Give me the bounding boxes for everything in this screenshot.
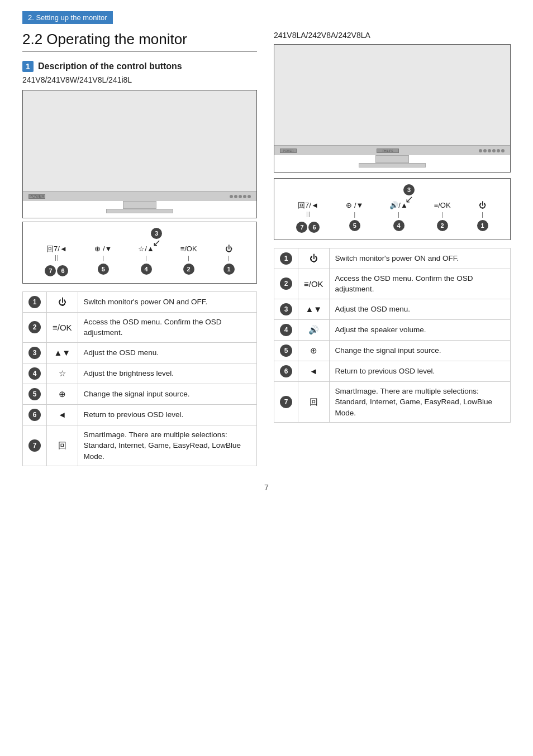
feature-icon: ≡/OK [298, 269, 330, 299]
left-model-line: 241V8/241V8W/241V8L/241i8L [22, 75, 257, 84]
monitor-screen [23, 90, 256, 191]
monitor-button-r: POWER [280, 149, 297, 153]
feature-num: 2 [23, 312, 47, 342]
badge-2r: 2 [437, 220, 448, 231]
btn-group-2r: ≡/OK | 2 [434, 201, 451, 231]
feature-num: 3 [274, 299, 298, 319]
monitor-dot [483, 149, 487, 152]
feature-icon: ⊕ [47, 384, 78, 404]
btn-symbol-2: ≡/OK [180, 245, 197, 253]
feature-icon: ◄ [298, 361, 330, 381]
feature-icon: ⏻ [47, 291, 78, 312]
btn-group-4: ☆/▲ | 4 [138, 245, 154, 275]
page: 2. Setting up the monitor 2.2 Operating … [0, 0, 533, 756]
btn-symbol-7r: 回7/◄ [298, 201, 318, 210]
btn-line: | [55, 255, 56, 261]
feature-icon: ≡/OK [47, 312, 78, 342]
monitor-button-r2: PHILIPS [377, 149, 399, 153]
monitor-dot [488, 149, 491, 152]
feature-num: 3 [23, 342, 47, 363]
feature-description: Adjust the speaker volume. [329, 319, 510, 340]
monitor-bottom-bar: POWER [23, 191, 256, 201]
monitor-diagram-left: POWER [22, 90, 257, 218]
btn-line: | [308, 211, 310, 217]
monitor-button: POWER [28, 194, 45, 199]
monitor-dot [479, 149, 482, 152]
section-title: 2.2 Operating the monitor [22, 31, 257, 52]
right-column: 241V8LA/242V8A/242V8LA POWER PHILIPS [274, 31, 511, 466]
btn-line: | [441, 212, 443, 218]
btn-group-1r: ⏻ | 1 [477, 201, 488, 231]
monitor-diagram-right: POWER PHILIPS [274, 44, 511, 173]
control-buttons-row-right: 回7/◄ | | 7 6 ⊕ /▼ | [283, 190, 501, 233]
feature-description: Return to previous OSD level. [329, 361, 510, 381]
feature-icon: 🔊 [298, 319, 330, 340]
monitor-dot [492, 149, 496, 152]
monitor-bottom-bar-right: POWER PHILIPS [274, 145, 510, 155]
subsection-number: 1 [22, 61, 34, 72]
feature-num: 6 [23, 404, 47, 425]
feature-table-right: 1 ⏻ Switch monitor's power ON and OFF. 2… [274, 248, 511, 423]
table-row: 2 ≡/OK Access the OSD menu. Confirm the … [274, 269, 511, 299]
monitor-dot [243, 195, 246, 198]
btn-symbol-2r: ≡/OK [434, 201, 451, 210]
feature-num: 5 [23, 384, 47, 404]
badge-4: 4 [141, 264, 152, 275]
btn-line: | [306, 211, 308, 217]
badge-1: 1 [223, 264, 235, 275]
btn-line: | [228, 255, 230, 261]
subsection-title: Description of the control buttons [38, 61, 182, 71]
btn-line: | [188, 255, 189, 261]
feature-num: 4 [274, 319, 298, 340]
feature-num: 2 [274, 269, 298, 299]
monitor-dot [497, 149, 500, 152]
feature-num: 7 [274, 381, 298, 423]
table-row: 1 ⏻ Switch monitor's power ON and OFF. [23, 291, 257, 312]
badge-7r: 7 [296, 222, 307, 233]
btn-line: | [145, 255, 147, 261]
feature-icon: 回 [47, 425, 78, 466]
btn-symbol-5: ⊕ /▼ [94, 245, 112, 253]
btn-line: | [103, 255, 104, 261]
badge-4r: 4 [393, 220, 404, 231]
monitor-stand-right [375, 155, 409, 163]
feature-description: Adjust the OSD menu. [329, 299, 510, 319]
btn-group-1: ⏻ | 1 [223, 245, 235, 275]
table-row: 2 ≡/OK Access the OSD menu. Confirm the … [23, 312, 257, 342]
monitor-stand [123, 201, 156, 209]
feature-icon: ⊕ [298, 340, 330, 361]
feature-description: Adjust the brightness level. [78, 363, 256, 384]
page-number: 7 [22, 483, 511, 492]
badge-5r: 5 [349, 220, 360, 231]
table-row: 5 ⊕ Change the signal input source. [274, 340, 511, 361]
feature-num: 4 [23, 363, 47, 384]
monitor-base [106, 209, 173, 213]
feature-description: Change the signal input source. [78, 384, 256, 404]
btn-group-5: ⊕ /▼ | 5 [94, 245, 112, 275]
feature-description: Switch monitor's power ON and OFF. [78, 291, 256, 312]
arrow-down-3: ↙ [153, 239, 161, 247]
btn-symbol-7: 回7/◄ [46, 245, 67, 253]
feature-icon: ☆ [47, 363, 78, 384]
table-row: 7 回 SmartImage. There are multiple selec… [23, 425, 257, 466]
control-diagram-left: 3 ↙ 回7/◄ | | 7 6 [22, 222, 257, 284]
control-diagram-right: 3 ↙ 回7/◄ | | 7 6 [274, 178, 511, 240]
badge-6: 6 [57, 265, 68, 276]
feature-icon: ▲▼ [47, 342, 78, 363]
breadcrumb: 2. Setting up the monitor [22, 11, 113, 24]
table-row: 6 ◄ Return to previous OSD level. [274, 361, 511, 381]
table-row: 4 🔊 Adjust the speaker volume. [274, 319, 511, 340]
feature-num: 1 [274, 248, 298, 269]
btn-line: | [354, 212, 356, 218]
btn-group-4r: 🔊/▲ | 4 [389, 201, 407, 231]
feature-description: Adjust the OSD menu. [78, 342, 256, 363]
feature-num: 7 [23, 425, 47, 466]
btn-group-7-left: 回7/◄ | | 7 6 [45, 245, 68, 276]
table-row: 7 回 SmartImage. There are multiple selec… [274, 381, 511, 423]
monitor-base-right [359, 163, 426, 168]
btn-line: | [398, 212, 399, 218]
monitor-screen-right [274, 45, 510, 145]
feature-description: Change the signal input source. [329, 340, 510, 361]
control-buttons-row: 回7/◄ | | 7 6 ⊕ /▼ | [32, 233, 248, 276]
feature-num: 5 [274, 340, 298, 361]
